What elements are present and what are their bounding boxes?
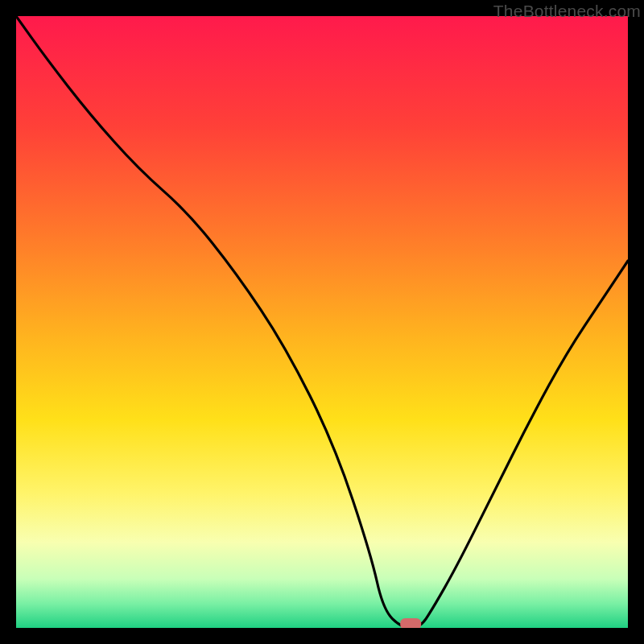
optimal-marker	[400, 618, 421, 628]
chart-stage: TheBottleneck.com	[0, 0, 644, 644]
plot-area	[16, 16, 628, 628]
curve-layer	[16, 16, 628, 628]
watermark-text: TheBottleneck.com	[493, 2, 641, 21]
bottleneck-curve	[16, 16, 628, 628]
